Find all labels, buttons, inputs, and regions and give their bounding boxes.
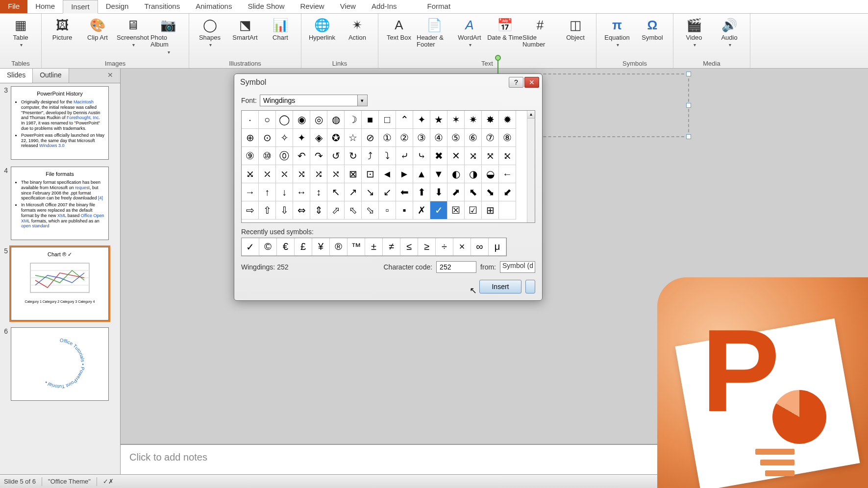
symbol-cell[interactable]: ⤫ <box>259 165 276 183</box>
recent-symbol-cell[interactable]: ≠ <box>383 238 400 256</box>
symbol-cell[interactable]: ↙ <box>379 183 396 201</box>
symbol-cell[interactable]: ↺ <box>327 147 345 165</box>
symbol-cell[interactable]: ⤷ <box>413 147 430 165</box>
symbol-cell[interactable]: ↻ <box>345 147 362 165</box>
symbol-cell[interactable]: ↷ <box>310 147 327 165</box>
table-button[interactable]: ▦Table <box>3 15 38 49</box>
chart-button[interactable]: 📊Chart <box>263 15 298 41</box>
symbol-cell[interactable]: ☑ <box>465 201 482 220</box>
symbol-cell[interactable]: ⬀ <box>327 201 345 220</box>
symbol-cell[interactable]: ⑤ <box>447 129 465 147</box>
symbol-cell[interactable]: ② <box>396 129 413 147</box>
symbol-cell[interactable]: ↖ <box>327 183 345 201</box>
symbol-cell[interactable]: ⤮ <box>310 165 327 183</box>
symbol-cell[interactable]: ⬂ <box>362 201 379 220</box>
symbol-cell[interactable]: ⊕ <box>242 129 259 147</box>
symbol-cell[interactable]: ↶ <box>293 147 310 165</box>
symbol-cell[interactable]: ◎ <box>310 111 327 129</box>
symbol-cell[interactable]: ↓ <box>276 183 293 201</box>
symbol-cell[interactable]: ⊠ <box>345 165 362 183</box>
symbol-cell[interactable]: ✓ <box>430 201 447 220</box>
tab-design[interactable]: Design <box>98 0 137 13</box>
slidenum-button[interactable]: #Slide Number <box>522 15 558 49</box>
symbol-cell[interactable]: □ <box>379 111 396 129</box>
symbol-cell[interactable]: ◒ <box>482 165 499 183</box>
recent-symbols[interactable]: ✓©€£¥®™±≠≤≥÷×∞μ <box>241 238 507 256</box>
action-button[interactable]: ✴Action <box>340 15 375 41</box>
recent-symbol-cell[interactable]: ≤ <box>400 238 418 256</box>
audio-button[interactable]: 🔊Audio <box>712 15 747 49</box>
symbol-cell[interactable]: ✸ <box>482 111 499 129</box>
grid-scrollbar[interactable]: ▴ <box>527 111 535 222</box>
symbol-cell[interactable]: ④ <box>430 129 447 147</box>
symbol-cell[interactable]: ☆ <box>345 129 362 147</box>
symbol-cell[interactable]: ▲ <box>413 165 430 183</box>
tab-addins[interactable]: Add-Ins <box>364 0 405 13</box>
symbol-cell[interactable]: ⑧ <box>499 129 516 147</box>
symbol-cell[interactable]: ✹ <box>499 111 516 129</box>
screenshot-button[interactable]: 🖥Screenshot <box>115 15 150 49</box>
object-button[interactable]: ◫Object <box>558 15 593 41</box>
tab-transitions[interactable]: Transitions <box>136 0 188 13</box>
textbox-button[interactable]: AText Box <box>381 15 417 41</box>
tab-format[interactable]: Format <box>420 0 459 13</box>
slide-thumbnail[interactable]: PowerPoint HistoryOriginally designed fo… <box>11 86 109 160</box>
slide-thumbnail[interactable]: Chart ® ✓Category 1 Category 2 Category … <box>11 247 109 320</box>
symbol-cell[interactable]: ✦ <box>413 111 430 129</box>
photoalbum-button[interactable]: 📷Photo Album <box>150 15 186 55</box>
panel-tab-outline[interactable]: Outline <box>33 69 69 83</box>
symbol-cell[interactable]: ↑ <box>259 183 276 201</box>
symbol-cell[interactable]: ◉ <box>293 111 310 129</box>
symbol-cell[interactable]: ⊘ <box>362 129 379 147</box>
cancel-button[interactable] <box>525 280 535 293</box>
insert-button[interactable]: Insert <box>479 280 521 293</box>
smartart-button[interactable]: ⬔SmartArt <box>227 15 263 41</box>
symbol-cell[interactable]: ⤩ <box>242 165 259 183</box>
symbol-cell[interactable]: ⤴ <box>362 147 379 165</box>
symbol-cell[interactable]: ⬅ <box>396 183 413 201</box>
recent-symbol-cell[interactable]: ± <box>365 238 383 256</box>
symbol-cell[interactable]: ✖ <box>430 147 447 165</box>
symbol-cell[interactable]: ⬁ <box>345 201 362 220</box>
symbol-cell[interactable]: ✶ <box>447 111 465 129</box>
symbol-cell[interactable]: ⬊ <box>482 183 499 201</box>
tab-file[interactable]: File <box>0 0 27 13</box>
spellcheck-icon[interactable]: ✓✗ <box>103 478 114 485</box>
symbol-cell[interactable]: ⤯ <box>327 165 345 183</box>
recent-symbol-cell[interactable]: ® <box>330 238 347 256</box>
symbol-cell[interactable]: ⇨ <box>242 201 259 220</box>
symbol-cell[interactable]: ⑦ <box>482 129 499 147</box>
symbol-cell[interactable]: ↕ <box>310 183 327 201</box>
font-combo[interactable]: ▾ <box>260 95 368 106</box>
recent-symbol-cell[interactable]: ™ <box>347 238 365 256</box>
symbol-cell[interactable]: ◯ <box>276 111 293 129</box>
resize-handle[interactable] <box>686 134 691 139</box>
symbol-cell[interactable]: ◍ <box>327 111 345 129</box>
symbol-grid[interactable]: ·○◯◉◎◍☽■□⌃✦★✶✷✸✹⊕⊙✧✦◈✪☆⊘①②③④⑤⑥⑦⑧⑨⑩⓪↶↷↺↻⤴… <box>242 111 535 220</box>
resize-handle[interactable] <box>686 103 691 108</box>
symbol-cell[interactable]: ◐ <box>447 165 465 183</box>
symbol-cell[interactable]: ① <box>379 129 396 147</box>
symbol-cell[interactable]: ↘ <box>362 183 379 201</box>
datetime-button[interactable]: 📅Date & Time <box>487 15 522 41</box>
chevron-down-icon[interactable]: ▾ <box>357 95 367 106</box>
symbol-cell[interactable]: → <box>242 183 259 201</box>
symbol-cell[interactable]: ☽ <box>345 111 362 129</box>
picture-button[interactable]: 🖼Picture <box>45 15 80 41</box>
symbol-cell[interactable]: ✕ <box>447 147 465 165</box>
rotate-handle[interactable] <box>495 55 501 61</box>
recent-symbol-cell[interactable]: € <box>277 238 295 256</box>
symbol-cell[interactable]: ■ <box>362 111 379 129</box>
symbol-cell[interactable]: ⇩ <box>276 201 293 220</box>
symbol-cell[interactable]: ★ <box>430 111 447 129</box>
recent-symbol-cell[interactable]: ✓ <box>242 238 259 256</box>
header-button[interactable]: 📄Header & Footer <box>417 15 452 49</box>
symbol-cell[interactable]: ③ <box>413 129 430 147</box>
panel-close[interactable]: ✕ <box>100 69 120 83</box>
symbol-cell[interactable]: ⤭ <box>293 165 310 183</box>
symbol-cell[interactable]: ◄ <box>379 165 396 183</box>
symbol-cell[interactable]: ⑩ <box>259 147 276 165</box>
tab-animations[interactable]: Animations <box>188 0 240 13</box>
help-button[interactable]: ? <box>509 77 523 88</box>
wordart-button[interactable]: AWordArt <box>452 15 487 49</box>
